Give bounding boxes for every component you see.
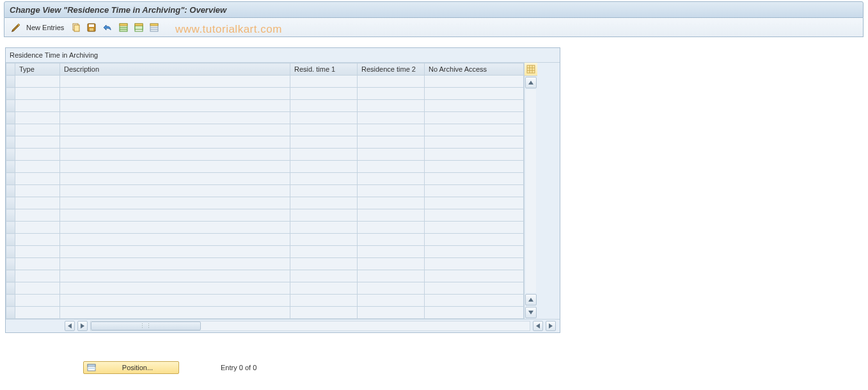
table-row[interactable]	[6, 270, 524, 282]
cell-desc[interactable]	[60, 282, 290, 295]
cell-desc[interactable]	[60, 124, 290, 136]
cell-rt1[interactable]	[290, 76, 358, 88]
scroll-down-button[interactable]	[525, 307, 537, 318]
row-selector[interactable]	[6, 100, 15, 112]
column-header-noacc[interactable]: No Archive Access	[425, 63, 524, 76]
cell-rt1[interactable]	[290, 234, 358, 246]
cell-rt1[interactable]	[290, 88, 358, 100]
cell-noacc[interactable]	[425, 307, 524, 319]
table-row[interactable]	[6, 76, 524, 88]
cell-type[interactable]	[15, 88, 60, 100]
cell-rt2[interactable]	[358, 136, 425, 149]
cell-rt2[interactable]	[358, 76, 425, 88]
table-row[interactable]	[6, 209, 524, 222]
scroll-up-button[interactable]	[525, 77, 537, 88]
row-selector[interactable]	[6, 112, 15, 124]
row-selector[interactable]	[6, 124, 15, 136]
cell-type[interactable]	[15, 197, 60, 209]
cell-rt2[interactable]	[358, 295, 425, 307]
column-header-type[interactable]: Type	[15, 63, 60, 76]
table-row[interactable]	[6, 161, 524, 173]
table-row[interactable]	[6, 246, 524, 258]
cell-desc[interactable]	[60, 161, 290, 173]
cell-desc[interactable]	[60, 149, 290, 161]
cell-type[interactable]	[15, 185, 60, 197]
cell-rt2[interactable]	[358, 209, 425, 222]
cell-rt1[interactable]	[290, 124, 358, 136]
hscroll-track[interactable]: ⋮⋮	[90, 321, 530, 331]
cell-noacc[interactable]	[425, 185, 524, 197]
row-selector[interactable]	[6, 88, 15, 100]
cell-type[interactable]	[15, 234, 60, 246]
cell-desc[interactable]	[60, 209, 290, 222]
new-entries-button[interactable]: New Entries	[25, 24, 69, 31]
cell-noacc[interactable]	[425, 149, 524, 161]
cell-type[interactable]	[15, 124, 60, 136]
table-row[interactable]	[6, 282, 524, 295]
undo-button[interactable]	[100, 20, 115, 35]
row-selector[interactable]	[6, 197, 15, 209]
cell-rt1[interactable]	[290, 270, 358, 282]
cell-rt1[interactable]	[290, 161, 358, 173]
cell-rt1[interactable]	[290, 222, 358, 234]
table-row[interactable]	[6, 173, 524, 185]
cell-noacc[interactable]	[425, 112, 524, 124]
table-row[interactable]	[6, 222, 524, 234]
scroll-up-bottom-button[interactable]	[525, 294, 537, 305]
row-selector[interactable]	[6, 76, 15, 88]
column-header-rt1[interactable]: Resid. time 1	[290, 63, 358, 76]
cell-type[interactable]	[15, 295, 60, 307]
row-selector[interactable]	[6, 209, 15, 222]
cell-rt2[interactable]	[358, 173, 425, 185]
row-selector[interactable]	[6, 258, 15, 270]
cell-type[interactable]	[15, 258, 60, 270]
cell-noacc[interactable]	[425, 100, 524, 112]
cell-noacc[interactable]	[425, 76, 524, 88]
change-mode-button[interactable]	[8, 20, 24, 35]
cell-rt2[interactable]	[358, 234, 425, 246]
cell-desc[interactable]	[60, 234, 290, 246]
cell-rt1[interactable]	[290, 295, 358, 307]
scroll-left-button[interactable]	[65, 321, 75, 331]
cell-rt2[interactable]	[358, 246, 425, 258]
cell-desc[interactable]	[60, 185, 290, 197]
cell-noacc[interactable]	[425, 209, 524, 222]
cell-rt1[interactable]	[290, 173, 358, 185]
cell-type[interactable]	[15, 222, 60, 234]
cell-type[interactable]	[15, 173, 60, 185]
scroll-track[interactable]	[526, 90, 536, 293]
deselect-all-button[interactable]	[147, 20, 161, 35]
cell-noacc[interactable]	[425, 136, 524, 149]
cell-type[interactable]	[15, 76, 60, 88]
cell-noacc[interactable]	[425, 295, 524, 307]
cell-type[interactable]	[15, 136, 60, 149]
table-row[interactable]	[6, 124, 524, 136]
cell-desc[interactable]	[60, 76, 290, 88]
cell-rt1[interactable]	[290, 185, 358, 197]
cell-type[interactable]	[15, 100, 60, 112]
column-header-desc[interactable]: Description	[60, 63, 290, 76]
row-selector[interactable]	[6, 246, 15, 258]
table-row[interactable]	[6, 112, 524, 124]
cell-rt2[interactable]	[358, 124, 425, 136]
cell-desc[interactable]	[60, 246, 290, 258]
cell-noacc[interactable]	[425, 234, 524, 246]
table-row[interactable]	[6, 185, 524, 197]
save-button[interactable]	[84, 20, 99, 35]
position-button[interactable]: Position...	[83, 361, 179, 374]
cell-rt1[interactable]	[290, 149, 358, 161]
cell-rt2[interactable]	[358, 307, 425, 319]
cell-desc[interactable]	[60, 173, 290, 185]
cell-rt2[interactable]	[358, 282, 425, 295]
cell-desc[interactable]	[60, 112, 290, 124]
cell-noacc[interactable]	[425, 258, 524, 270]
cell-desc[interactable]	[60, 136, 290, 149]
cell-noacc[interactable]	[425, 222, 524, 234]
cell-noacc[interactable]	[425, 88, 524, 100]
cell-rt1[interactable]	[290, 136, 358, 149]
cell-type[interactable]	[15, 246, 60, 258]
cell-type[interactable]	[15, 307, 60, 319]
table-row[interactable]	[6, 136, 524, 149]
cell-rt1[interactable]	[290, 100, 358, 112]
cell-type[interactable]	[15, 112, 60, 124]
